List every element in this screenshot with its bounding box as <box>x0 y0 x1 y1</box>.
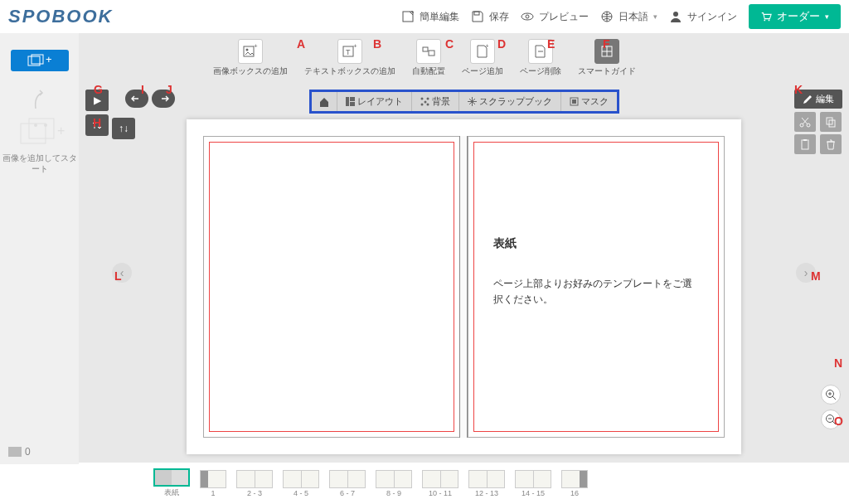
thumb-label: 14 - 15 <box>522 489 545 497</box>
thumb-1[interactable]: 1 <box>200 470 226 497</box>
svg-point-2 <box>522 13 533 20</box>
thumb-label: 2 - 3 <box>247 489 262 497</box>
thumb-10-11[interactable]: 10 - 11 <box>422 470 458 497</box>
eye-icon <box>521 10 534 23</box>
thumb-label: 1 <box>211 489 215 497</box>
easy-edit-button[interactable]: 簡単編集 <box>401 10 459 24</box>
tool-label: ページ追加 <box>462 65 503 77</box>
tab-layout[interactable]: レイアウト <box>337 92 412 111</box>
undo-button[interactable] <box>125 90 148 108</box>
edit-label: 編集 <box>816 93 834 105</box>
thumb-2-3[interactable]: 2 - 3 <box>236 470 273 497</box>
thumb-8-9[interactable]: 8 - 9 <box>376 470 412 497</box>
thumb-label: 16 <box>570 489 579 497</box>
text-plus-icon: T+ <box>342 44 357 59</box>
globe-icon <box>600 10 614 23</box>
svg-text:+: + <box>46 54 52 65</box>
svg-text:+: + <box>353 44 357 50</box>
svg-rect-36 <box>572 99 576 104</box>
curved-arrow-icon <box>27 88 52 113</box>
annotation-F: F <box>603 37 610 51</box>
svg-point-30 <box>420 98 423 100</box>
preview-button[interactable]: プレビュー <box>521 10 589 24</box>
annotation-K: K <box>794 83 803 96</box>
save-icon <box>471 10 484 23</box>
thumb-label: 表紙 <box>164 487 179 498</box>
annotation-J: J <box>166 83 172 96</box>
annotation-N: N <box>834 356 842 370</box>
add-text-box-button[interactable]: T+ テキストボックスの追加 <box>304 39 395 77</box>
paste-button[interactable] <box>794 134 816 154</box>
add-image-box-button[interactable]: + 画像ボックスの追加 <box>213 39 288 77</box>
annotation-O: O <box>834 414 843 428</box>
cart-icon <box>760 11 772 22</box>
swap-button[interactable]: ↑↓ <box>112 118 135 139</box>
save-button[interactable]: 保存 <box>471 10 509 24</box>
pencil-icon <box>803 94 813 104</box>
preview-label: プレビュー <box>539 10 589 24</box>
thumb-cover[interactable]: 表紙 <box>153 468 190 498</box>
edit-box-icon <box>401 10 415 23</box>
cut-button[interactable] <box>794 112 816 132</box>
svg-point-5 <box>673 12 678 17</box>
annotation-B: B <box>373 37 381 51</box>
thumb-4-5[interactable]: 4 - 5 <box>283 470 319 497</box>
annotation-C: C <box>445 37 454 51</box>
tool-label: テキストボックスの追加 <box>304 65 395 77</box>
image-placeholder: + <box>19 117 61 146</box>
svg-point-33 <box>420 104 423 106</box>
add-image-button[interactable]: + <box>11 50 69 71</box>
tool-label: 自動配置 <box>412 65 445 77</box>
easy-edit-label: 簡単編集 <box>420 10 459 24</box>
annotation-D: D <box>497 37 506 51</box>
scissors-icon <box>799 116 811 128</box>
copy-button[interactable] <box>820 112 842 132</box>
auto-layout-icon <box>421 44 436 59</box>
thumb-14-15[interactable]: 14 - 15 <box>515 470 551 497</box>
svg-rect-8 <box>244 46 254 56</box>
image-prompt-text: 画像を追加してスタート <box>0 153 79 174</box>
svg-point-6 <box>764 20 765 22</box>
left-page[interactable] <box>203 136 459 438</box>
tab-scrapbook[interactable]: スクラップブック <box>459 92 561 111</box>
order-button[interactable]: オーダー ▾ <box>749 4 841 29</box>
page-canvas[interactable]: 表紙 ページ上部よりお好みのテンプレートをご選択ください。 <box>187 119 741 454</box>
svg-point-7 <box>769 20 770 22</box>
image-count: 0 <box>8 446 31 458</box>
svg-point-24 <box>44 124 47 127</box>
annotation-A: A <box>297 37 305 51</box>
delete-page-button[interactable]: ページ削除 <box>520 39 561 77</box>
thumb-6-7[interactable]: 6 - 7 <box>329 470 366 497</box>
annotation-G: G <box>94 83 103 96</box>
svg-text:+: + <box>485 44 489 50</box>
delete-button[interactable] <box>820 134 842 154</box>
right-page[interactable]: 表紙 ページ上部よりお好みのテンプレートをご選択ください。 <box>468 136 725 438</box>
layout-icon <box>346 97 355 106</box>
signin-label: サインイン <box>687 10 737 24</box>
edit-tools-panel: 編集 <box>794 90 842 154</box>
thumb-label: 10 - 11 <box>429 489 452 497</box>
svg-point-34 <box>426 104 429 106</box>
svg-rect-22 <box>29 119 54 138</box>
svg-point-9 <box>246 49 249 51</box>
cover-text-block: 表紙 ページ上部よりお好みのテンプレートをご選択ください。 <box>493 236 699 308</box>
page-plus-icon: + <box>475 44 490 59</box>
svg-rect-15 <box>429 51 434 56</box>
signin-button[interactable]: サインイン <box>669 10 737 24</box>
svg-rect-27 <box>346 97 349 106</box>
tab-mask[interactable]: マスク <box>561 92 617 111</box>
svg-rect-29 <box>350 102 355 106</box>
zoom-in-button[interactable] <box>821 385 841 405</box>
template-tabs: レイアウト 背景 スクラップブック マスク <box>309 90 619 114</box>
thumb-12-13[interactable]: 12 - 13 <box>468 470 505 497</box>
tool-label: ページ削除 <box>520 65 561 77</box>
user-icon <box>669 10 682 23</box>
tab-home[interactable] <box>312 92 337 111</box>
svg-text:+: + <box>254 44 258 50</box>
auto-layout-button[interactable]: 自動配置 <box>412 39 445 77</box>
svg-text:T: T <box>346 48 351 56</box>
tab-background[interactable]: 背景 <box>412 92 459 111</box>
thumb-16[interactable]: 16 <box>561 470 588 497</box>
svg-rect-41 <box>802 140 808 149</box>
language-selector[interactable]: 日本語 ▾ <box>600 10 657 24</box>
